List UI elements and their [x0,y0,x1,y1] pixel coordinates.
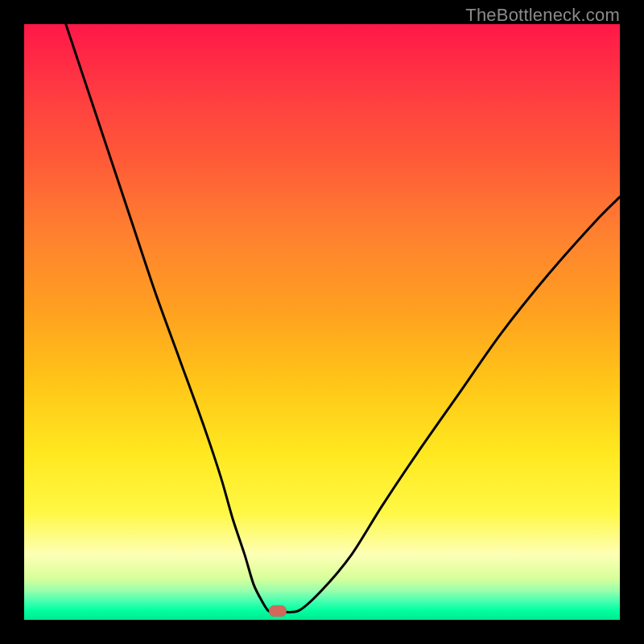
chart-frame: TheBottleneck.com [0,0,644,644]
bottleneck-curve [66,24,620,613]
curve-svg [24,24,620,620]
plot-area [24,24,620,620]
watermark-text: TheBottleneck.com [465,5,620,26]
sweet-spot-marker [269,605,287,617]
